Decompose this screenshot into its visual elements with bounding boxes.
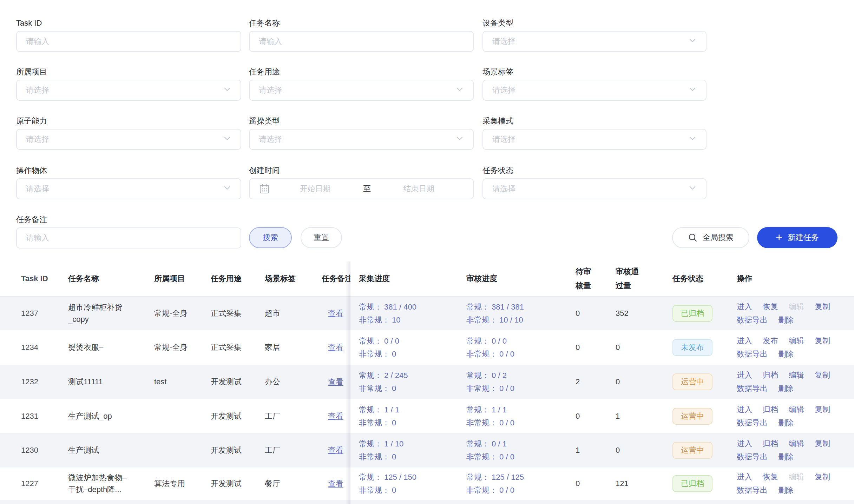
archive-link[interactable]: 归档: [763, 438, 778, 449]
next-row-sliver: [0, 500, 854, 504]
delete-link[interactable]: 删除: [778, 417, 794, 429]
operation-links: 进入归档编辑复制数据导出删除: [737, 370, 843, 394]
filter-select-collect-mode[interactable]: 请选择: [482, 129, 707, 150]
cell-task-purpose: 开发测试: [211, 365, 260, 399]
placeholder-text: 请选择: [492, 134, 515, 145]
cell-task-remark: 查看: [322, 433, 350, 467]
cell-collect-progress: 常规： 1 / 1非常规： 0: [359, 399, 461, 433]
filter-select-task-purpose[interactable]: 请选择: [249, 80, 474, 101]
enter-link[interactable]: 进入: [737, 301, 752, 312]
progress-lines: 常规： 125 / 125非常规： 0 / 0: [466, 471, 524, 497]
data-export-link[interactable]: 数据导出: [737, 451, 768, 463]
edit-link[interactable]: 编辑: [789, 335, 804, 346]
column-header-review-passed: 审核通过量: [616, 261, 644, 296]
restore-link[interactable]: 恢复: [763, 471, 778, 483]
approved-count: 0: [616, 444, 620, 456]
cell-task-purpose: 开发测试: [211, 433, 260, 467]
filter-select-task-status[interactable]: 请选择: [482, 178, 707, 199]
reset-button[interactable]: 重置: [301, 227, 342, 248]
progress-line: 非常规： 0: [359, 484, 416, 497]
cell-pending-review: 0: [576, 467, 598, 500]
delete-link[interactable]: 删除: [778, 485, 794, 496]
view-remark-link[interactable]: 查看: [328, 444, 343, 456]
cell-review-progress: 常规： 125 / 125非常规： 0 / 0: [466, 467, 568, 500]
status-badge: 未发布: [672, 339, 712, 356]
delete-link[interactable]: 删除: [778, 314, 794, 326]
archive-link[interactable]: 归档: [763, 370, 778, 381]
filter-select-project[interactable]: 请选择: [16, 80, 241, 101]
data-export-link[interactable]: 数据导出: [737, 383, 768, 394]
chevron-down-icon: [688, 184, 697, 192]
global-search-button[interactable]: 全局搜索: [672, 227, 749, 248]
enter-link[interactable]: 进入: [737, 370, 752, 381]
copy-link[interactable]: 复制: [815, 471, 830, 483]
enter-link[interactable]: 进入: [737, 335, 752, 346]
publish-link[interactable]: 发布: [763, 335, 778, 346]
restore-link[interactable]: 恢复: [763, 301, 778, 312]
delete-link[interactable]: 删除: [778, 349, 794, 360]
view-remark-link[interactable]: 查看: [328, 410, 343, 422]
data-export-link[interactable]: 数据导出: [737, 417, 768, 429]
data-export-link[interactable]: 数据导出: [737, 485, 768, 496]
cell-review-passed: 121: [616, 467, 644, 500]
filter-select-atomic-capability[interactable]: 请选择: [16, 129, 241, 150]
cell-review-progress: 常规： 1 / 1非常规： 0 / 0: [466, 399, 568, 433]
cell-task-name: 超市冷鲜柜补货_copy: [68, 297, 133, 330]
copy-link[interactable]: 复制: [815, 404, 830, 415]
enter-link[interactable]: 进入: [737, 438, 752, 449]
data-export-link[interactable]: 数据导出: [737, 314, 768, 326]
column-header-task-id: Task ID: [21, 261, 63, 296]
operation-links: 进入归档编辑复制数据导出删除: [737, 404, 843, 429]
status-badge: 运营中: [672, 408, 712, 425]
cell-task-remark: 查看: [322, 467, 350, 500]
operation-links: 进入发布编辑复制数据导出删除: [737, 335, 843, 360]
cell-project: 常规-全身: [154, 297, 188, 330]
progress-line: 常规： 125 / 150: [359, 471, 416, 484]
column-header-label: 任务备注: [322, 272, 350, 286]
progress-lines: 常规： 1 / 1非常规： 0 / 0: [466, 403, 514, 429]
cell-project: 算法专用: [154, 467, 188, 500]
column-header-label: Task ID: [21, 272, 48, 286]
view-remark-link[interactable]: 查看: [328, 376, 343, 388]
table-row: 1237超市冷鲜柜补货_copy常规-全身正式采集超市查看常规： 381 / 4…: [0, 297, 854, 330]
copy-link[interactable]: 复制: [815, 335, 830, 346]
cell-collect-progress: 常规： 1 / 10非常规： 0: [359, 433, 461, 467]
text-value: 测试11111: [68, 376, 103, 388]
view-remark-link[interactable]: 查看: [328, 478, 343, 490]
create-task-button[interactable]: + 新建任务: [757, 227, 837, 248]
data-export-link[interactable]: 数据导出: [737, 349, 768, 360]
progress-line: 非常规： 0 / 0: [466, 450, 514, 463]
edit-link[interactable]: 编辑: [789, 404, 804, 415]
filter-field-scene-tag: 场景标签请选择: [482, 67, 707, 101]
enter-link[interactable]: 进入: [737, 404, 752, 415]
column-header-review-progress: 审核进度: [466, 261, 568, 296]
delete-link[interactable]: 删除: [778, 451, 794, 463]
cell-task-status: 运营中: [672, 365, 736, 399]
view-remark-link[interactable]: 查看: [328, 307, 343, 319]
copy-link[interactable]: 复制: [815, 438, 830, 449]
copy-link[interactable]: 复制: [815, 301, 830, 312]
filter-select-scene-tag[interactable]: 请选择: [482, 80, 707, 101]
search-button[interactable]: 搜索: [249, 227, 292, 248]
view-remark-link[interactable]: 查看: [328, 341, 343, 353]
delete-link[interactable]: 删除: [778, 383, 794, 394]
copy-link[interactable]: 复制: [815, 370, 830, 381]
filter-input-task-remark[interactable]: 请输入: [16, 227, 241, 248]
filter-input-task-id[interactable]: 请输入: [16, 31, 241, 52]
filter-select-device-type[interactable]: 请选择: [482, 31, 707, 52]
edit-link[interactable]: 编辑: [789, 370, 804, 381]
filter-daterange-create-time[interactable]: 开始日期至结束日期: [249, 178, 474, 199]
filter-input-task-name[interactable]: 请输入: [249, 31, 474, 52]
approved-count: 121: [616, 478, 629, 490]
archive-link[interactable]: 归档: [763, 404, 778, 415]
task-id-value: 1232: [21, 376, 38, 388]
filter-select-operate-object[interactable]: 请选择: [16, 178, 241, 199]
cell-task-remark: 查看: [322, 365, 350, 399]
operation-links: 进入归档编辑复制数据导出删除: [737, 438, 843, 463]
filter-select-teleop-type[interactable]: 请选择: [249, 129, 474, 150]
enter-link[interactable]: 进入: [737, 471, 752, 483]
edit-link[interactable]: 编辑: [789, 438, 804, 449]
chevron-down-icon: [223, 134, 231, 142]
column-header-pending-review: 待审核量: [576, 261, 598, 296]
placeholder-text: 请输入: [259, 36, 282, 47]
